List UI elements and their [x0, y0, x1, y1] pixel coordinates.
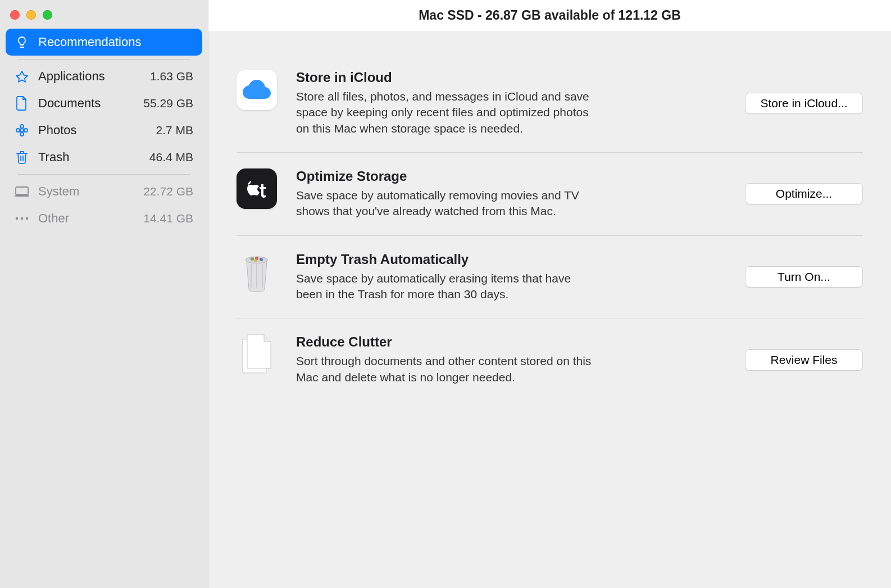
- sidebar-item-documents[interactable]: Documents 55.29 GB: [6, 90, 202, 117]
- recommendation-desc: Store all files, photos, and messages in…: [296, 89, 594, 136]
- sidebar-item-size: 55.29 GB: [143, 97, 193, 110]
- store-in-icloud-button[interactable]: Store in iCloud...: [745, 93, 863, 114]
- svg-point-10: [251, 257, 254, 261]
- applications-icon: [15, 69, 29, 84]
- svg-point-2: [20, 133, 24, 136]
- photos-icon: [15, 123, 29, 138]
- recommendation-title: Reduce Clutter: [296, 334, 726, 350]
- recommendation-desc: Save space by automatically removing mov…: [296, 188, 594, 220]
- sidebar-item-size: 2.7 MB: [156, 124, 193, 137]
- optimize-button[interactable]: Optimize...: [745, 183, 863, 204]
- sidebar-item-size: 22.72 GB: [143, 185, 193, 198]
- system-icon: [15, 184, 29, 199]
- sidebar-item-label: Photos: [38, 123, 147, 138]
- recommendation-title: Store in iCloud: [296, 70, 726, 85]
- document-icon: [15, 96, 29, 111]
- svg-point-1: [20, 125, 24, 128]
- main-panel: Mac SSD - 26.87 GB available of 121.12 G…: [208, 0, 891, 588]
- sidebar-item-label: Documents: [38, 96, 134, 111]
- recommendation-optimize-storage: Optimize Storage Save space by automatic…: [237, 152, 863, 235]
- sidebar-item-label: Other: [38, 211, 134, 226]
- sidebar-item-size: 1.63 GB: [150, 70, 193, 83]
- sidebar-item-photos[interactable]: Photos 2.7 MB: [6, 117, 202, 144]
- window-controls: [0, 6, 208, 29]
- documents-stack-icon: [237, 334, 277, 375]
- trash-full-icon: [237, 252, 277, 292]
- close-window-button[interactable]: [10, 10, 20, 20]
- sidebar-item-system: System 22.72 GB: [6, 178, 202, 205]
- svg-point-0: [20, 129, 24, 132]
- recommendation-title: Empty Trash Automatically: [296, 252, 726, 267]
- ellipsis-icon: [15, 211, 29, 226]
- svg-point-8: [26, 217, 29, 220]
- trash-icon: [15, 150, 29, 165]
- recommendation-desc: Save space by automatically erasing item…: [296, 271, 594, 303]
- svg-point-7: [21, 217, 24, 220]
- recommendation-title: Optimize Storage: [296, 168, 726, 184]
- sidebar-item-other: Other 14.41 GB: [6, 205, 202, 232]
- recommendations-content: Store in iCloud Store all files, photos,…: [208, 31, 891, 588]
- sidebar: Recommendations Applications 1.63 GB Doc…: [0, 0, 208, 588]
- apple-tv-icon: [237, 168, 277, 209]
- review-files-button[interactable]: Review Files: [745, 349, 863, 371]
- sidebar-list: Recommendations Applications 1.63 GB Doc…: [0, 29, 208, 232]
- recommendation-empty-trash: Empty Trash Automatically Save space by …: [237, 235, 863, 318]
- sidebar-item-label: System: [38, 184, 134, 199]
- sidebar-item-label: Trash: [38, 150, 140, 165]
- sidebar-separator: [18, 59, 190, 60]
- minimize-window-button[interactable]: [26, 10, 36, 20]
- sidebar-separator: [18, 174, 190, 175]
- svg-point-3: [16, 129, 20, 132]
- sidebar-item-trash[interactable]: Trash 46.4 MB: [6, 144, 202, 171]
- sidebar-item-recommendations[interactable]: Recommendations: [6, 29, 202, 56]
- svg-point-13: [254, 259, 257, 262]
- svg-point-6: [16, 217, 19, 220]
- sidebar-item-label: Applications: [38, 69, 141, 84]
- sidebar-item-label: Recommendations: [38, 35, 193, 49]
- turn-on-button[interactable]: Turn On...: [745, 266, 863, 288]
- icloud-icon: [237, 70, 277, 110]
- zoom-window-button[interactable]: [43, 10, 52, 20]
- recommendation-reduce-clutter: Reduce Clutter Sort through documents an…: [237, 318, 863, 401]
- lightbulb-icon: [15, 35, 29, 49]
- svg-rect-5: [16, 187, 28, 195]
- svg-point-12: [260, 258, 263, 261]
- recommendation-desc: Sort through documents and other content…: [296, 353, 594, 385]
- svg-point-4: [24, 129, 28, 132]
- window-title: Mac SSD - 26.87 GB available of 121.12 G…: [208, 0, 891, 31]
- sidebar-item-applications[interactable]: Applications 1.63 GB: [6, 63, 202, 90]
- sidebar-item-size: 14.41 GB: [143, 212, 193, 225]
- recommendation-store-in-icloud: Store in iCloud Store all files, photos,…: [237, 54, 863, 152]
- sidebar-item-size: 46.4 MB: [149, 151, 193, 164]
